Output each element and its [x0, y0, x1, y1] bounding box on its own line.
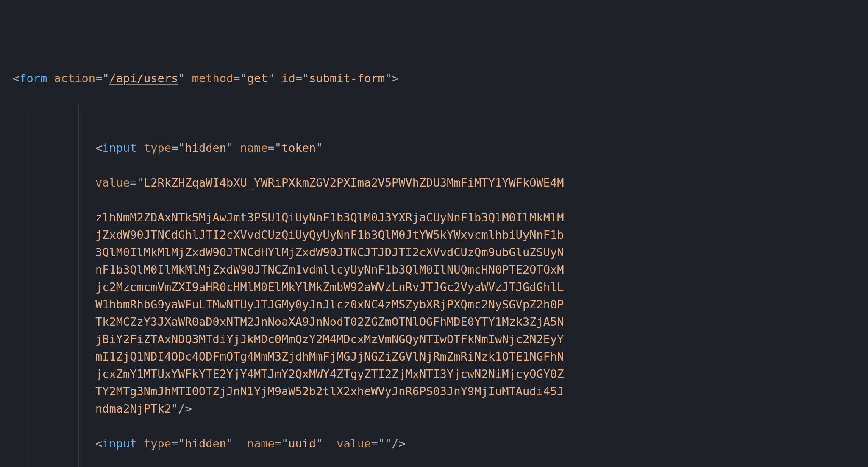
action-value: /api/users	[109, 72, 178, 85]
tag-input: input	[102, 141, 136, 154]
code-line: zlhNmM2ZDAxNTk5MjAwJmt3PSU1QiUyNnF1b3QlM…	[13, 209, 868, 226]
code-line: TY2MTg3NmJhMTI0OTZjJnN1YjM9aW52b2tlX2xhe…	[13, 383, 868, 400]
code-line: jcxZmY1MTUxYWFkYTE2YjY4MTJmY2QxMWY4ZTgyZ…	[13, 365, 868, 383]
code-line: <input type="hidden" name="uuid" value="…	[13, 435, 868, 452]
code-line: jBiY2FiZTAxNDQ3MTdiYjJkMDc0MmQzY2M4MDcxM…	[13, 330, 868, 348]
code-line: value="L2RkZHZqaWI4bXU_YWRiPXkmZGV2PXIma…	[13, 174, 868, 191]
token-value-cont: jcxZmY1MTUxYWFkYTE2YjY4MTJmY2QxMWY4ZTgyZ…	[95, 367, 564, 380]
code-line: nF1b3QlM0IlMkMlMjZxdW90JTNCZm1vdmllcyUyN…	[13, 261, 868, 278]
id-value: submit-form	[309, 72, 385, 85]
attr-value: value	[95, 176, 130, 189]
code-line: ndma2NjPTk2"/>	[13, 400, 868, 417]
token-value-cont: ndma2NjPTk2	[95, 402, 171, 415]
token-value-cont: TY2MTg3NmJhMTI0OTZjJnN1YjM9aW52b2tlX2xhe…	[95, 385, 564, 398]
tag-form: form	[19, 72, 47, 85]
method-value: get	[247, 72, 268, 85]
token-value-cont: jBiY2FiZTAxNDQ3MTdiYjJkMDc0MmQzY2M4MDcxM…	[95, 333, 564, 346]
token-value: L2RkZHZqaWI4bXU_YWRiPXkmZGV2PXIma2V5PWVh…	[144, 176, 564, 189]
code-line: <form action="/api/users" method="get" i…	[13, 70, 868, 87]
code-line: 3QlM0IlMkMlMjZxdW90JTNCdHYlMjZxdW90JTNCJ…	[13, 243, 868, 261]
code-line: jc2MzcmcmVmZXI9aHR0cHMlM0ElMkYlMkZmbW92a…	[13, 278, 868, 296]
code-line: jZxdW90JTNCdGhlJTI2cXVvdCUzQiUyQyUyNnF1b…	[13, 226, 868, 243]
token-value-cont: mI1ZjQ1NDI4ODc4ODFmOTg4MmM3ZjdhMmFjMGJjN…	[95, 350, 564, 363]
token-value-cont: 3QlM0IlMkMlMjZxdW90JTNCdHYlMjZxdW90JTNCJ…	[95, 246, 564, 259]
code-line: Tk2MCZzY3JXaWR0aD0xNTM2JnNoaXA9JnNodT02Z…	[13, 313, 868, 330]
token-name: token	[281, 141, 316, 154]
uuid-name: uuid	[288, 437, 316, 450]
token-value-cont: Tk2MCZzY3JXaWR0aD0xNTM2JnNoaXA9JnNodT02Z…	[95, 315, 564, 328]
attr-action: action	[54, 72, 96, 85]
attr-method: method	[192, 72, 234, 85]
token-value-cont: zlhNmM2ZDAxNTk5MjAwJmt3PSU1QiUyNnF1b3QlM…	[95, 211, 564, 224]
type-value: hidden	[185, 141, 226, 154]
token-value-cont: jc2MzcmcmVmZXI9aHR0cHMlM0ElMkYlMkZmbW92a…	[95, 280, 564, 294]
token-value-cont: jZxdW90JTNCdGhlJTI2cXVvdCUzQiUyQyUyNnF1b…	[95, 228, 564, 241]
code-line: mI1ZjQ1NDI4ODc4ODFmOTg4MmM3ZjdhMmFjMGJjN…	[13, 348, 868, 365]
token-value-cont: W1hbmRhbG9yaWFuLTMwNTUyJTJGMy0yJnJlcz0xN…	[95, 298, 564, 311]
code-line: W1hbmRhbG9yaWFuLTMwNTUyJTJGMy0yJnJlcz0xN…	[13, 296, 868, 313]
tag-input: input	[102, 437, 136, 450]
attr-id: id	[281, 72, 295, 85]
token-value-cont: nF1b3QlM0IlMkMlMjZxdW90JTNCZm1vdmllcyUyN…	[95, 263, 564, 276]
attr-type: type	[144, 141, 171, 154]
attr-name: name	[240, 141, 268, 154]
code-line: <input type="hidden" name="token"	[13, 139, 868, 157]
